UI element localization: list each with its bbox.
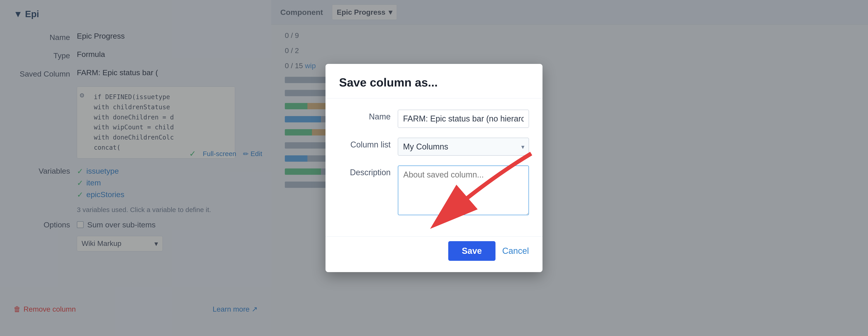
dialog-column-list-field: Column list My Columns Shared Columns ▾ (339, 138, 529, 156)
dialog-header: Save column as... (326, 64, 542, 98)
dialog-title: Save column as... (339, 76, 529, 89)
dialog-description-textarea[interactable] (398, 166, 529, 215)
dialog-name-label: Name (339, 110, 398, 122)
dialog-column-list-label: Column list (339, 138, 398, 149)
cancel-button[interactable]: Cancel (502, 246, 529, 256)
dialog-column-list-select[interactable]: My Columns Shared Columns (398, 138, 529, 156)
modal-overlay: Save column as... Name Column list My Co… (0, 0, 868, 336)
dialog-name-field: Name (339, 110, 529, 128)
dialog-name-input[interactable] (398, 110, 529, 128)
save-button[interactable]: Save (448, 241, 495, 261)
dialog-description-field: Description (339, 166, 529, 215)
dialog-description-label: Description (339, 166, 398, 177)
dialog-select-wrapper: My Columns Shared Columns ▾ (398, 138, 529, 156)
save-column-dialog: Save column as... Name Column list My Co… (326, 64, 542, 272)
dialog-body: Name Column list My Columns Shared Colum… (326, 98, 542, 236)
dialog-footer: Save Cancel (326, 236, 542, 272)
